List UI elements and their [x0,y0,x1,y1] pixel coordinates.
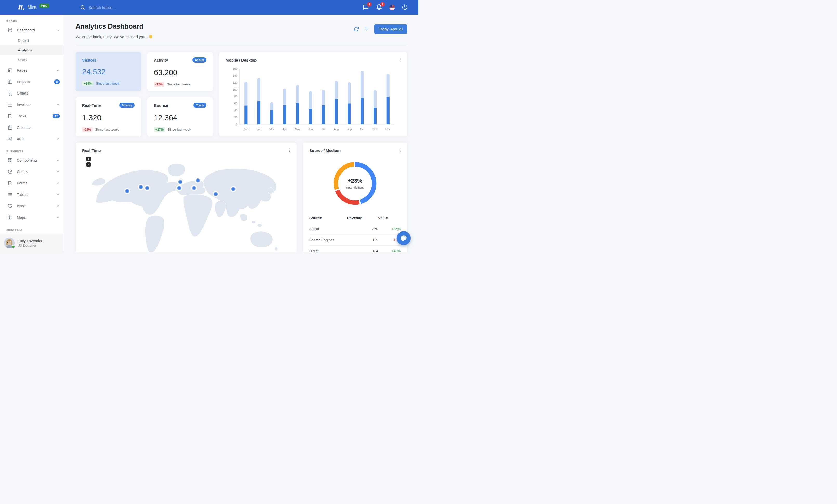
stat-card-realtime: Real-Time Monthly 1.320 -18% Since last … [76,97,141,136]
world-map[interactable] [82,156,290,252]
calendar-icon [8,125,13,130]
svg-text:60: 60 [234,102,237,105]
stat-delta-badge: -18% [82,127,92,132]
sidebar-item-projects[interactable]: Projects 8 [0,76,64,88]
sidebar-item-invoices[interactable]: Invoices [0,99,64,110]
period-badge[interactable]: Yearly [193,102,207,108]
svg-text:Jun: Jun [308,128,313,131]
table-row[interactable]: Social 260 +35% [309,223,400,234]
sidebar-item-default[interactable]: Default [0,36,64,45]
sidebar-item-icons[interactable]: Icons [0,200,64,212]
sidebar-section-elements: Elements [0,145,64,154]
card-menu-button[interactable] [287,148,292,152]
filter-button[interactable] [364,26,369,32]
svg-text:80: 80 [234,95,237,98]
language-flag-us[interactable] [389,5,395,10]
table-row[interactable]: Search Engines 125 -12% [309,234,400,245]
svg-text:May: May [295,128,301,131]
sidebar-item-tables[interactable]: Tables [0,189,64,200]
svg-text:Nov: Nov [373,128,378,131]
stat-title: Activity [154,58,168,62]
svg-text:100: 100 [233,88,237,91]
donut-title: Source / Medium [309,148,340,153]
svg-text:Mar: Mar [269,128,274,131]
sliders-icon [8,28,13,33]
navbar-search[interactable] [80,5,148,10]
header-divider [76,45,407,45]
credit-card-icon [8,102,13,107]
brand-name: Mira [28,5,36,10]
sidebar-item-orders[interactable]: Orders [0,88,64,99]
pro-badge: PRO [39,4,49,8]
map-zoom-in-button[interactable]: + [86,157,91,161]
notifications-count-badge: 7 [380,2,385,7]
continents [92,164,278,252]
sidebar-item-analytics[interactable]: Analytics [0,45,64,55]
refresh-icon [354,26,359,32]
stat-caption: Since last week [167,82,190,86]
sidebar-item-pages[interactable]: Pages [0,65,64,76]
sidebar-item-calendar[interactable]: Calendar [0,122,64,133]
stat-title: Bounce [154,103,168,108]
card-menu-button[interactable] [398,148,403,152]
period-badge[interactable]: Annual [192,57,207,62]
svg-text:Aug: Aug [334,128,339,131]
date-range-button[interactable]: Today: April 29 [374,24,407,34]
map-icon [8,215,13,220]
pie-chart-icon [8,169,13,174]
search-input[interactable] [89,5,148,10]
stat-title: Real-Time [82,103,101,108]
user-role: UX Designer [18,244,42,247]
source-table: Source Revenue Value Social 260 +35% Sea… [309,213,400,252]
svg-text:Dec: Dec [386,128,391,131]
top-navbar: Mira PRO 3 7 [0,0,418,15]
stat-delta-badge: +27% [154,127,165,132]
chevron-down-icon [56,158,60,162]
svg-text:40: 40 [234,109,237,112]
sidebar-item-tasks[interactable]: Tasks 17 [0,110,64,122]
svg-text:20: 20 [234,116,237,119]
period-badge[interactable]: Monthly [119,102,135,108]
page-title: Analytics Dashboard [76,22,153,31]
stat-value: 63.200 [154,68,207,77]
column-header: Revenue [347,213,378,223]
layout-icon [8,68,13,73]
map-title: Real-Time [82,148,101,153]
sidebar-section-mira-pro: Mira Pro [0,223,64,233]
sidebar-item-maps[interactable]: Maps [0,212,64,223]
sidebar-item-components[interactable]: Components [0,154,64,166]
svg-text:140: 140 [233,74,237,77]
sidebar-item-forms[interactable]: Forms [0,178,64,189]
svg-text:Oct: Oct [360,128,365,131]
waving-hand-emoji [148,34,153,39]
palette-icon [400,235,407,242]
chevron-down-icon [56,181,60,185]
sidebar-item-saas[interactable]: SaaS [0,55,64,65]
notifications-button[interactable]: 7 [376,4,382,11]
sidebar-item-auth[interactable]: Auth [0,133,64,145]
brand[interactable]: Mira PRO [17,4,49,11]
chevron-down-icon [56,103,60,107]
sidebar-item-charts[interactable]: Charts [0,166,64,178]
check-square-icon [8,181,13,186]
power-icon [402,4,408,10]
sign-out-button[interactable] [402,4,408,11]
card-menu-button[interactable] [398,57,403,62]
online-status-dot [12,245,15,248]
refresh-button[interactable] [354,26,359,32]
sidebar-user[interactable]: Lucy Lavender UX Designer [0,234,64,252]
sidebar-section-pages: Pages [0,15,64,24]
briefcase-icon [8,79,13,84]
stat-value: 24.532 [82,68,135,76]
table-row[interactable]: Direct 164 +46% [309,245,400,252]
users-icon [8,137,13,141]
sidebar-item-dashboard[interactable]: Dashboard [0,24,64,36]
mira-logo-icon [17,4,25,11]
theme-settings-fab[interactable] [397,231,411,245]
mobile-desktop-chart: 020406080100120140160JanFebMarAprMayJunJ… [226,67,400,132]
map-zoom-out-button[interactable]: − [86,162,91,167]
list-icon [8,192,13,197]
messages-button[interactable]: 3 [363,4,369,11]
user-name: Lucy Lavender [18,239,42,243]
column-header: Value [378,213,400,223]
